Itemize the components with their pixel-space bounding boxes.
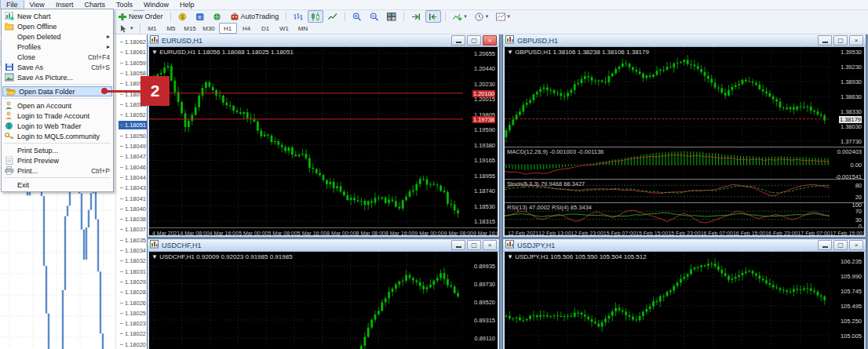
chart-window-usdchf[interactable]: USDCHF,H1 ▢ × 0.899350.897300.895200.893… (147, 238, 500, 349)
time-axis-label: 12 Feb 2021 (508, 231, 538, 236)
window-titlebar[interactable]: USDJPY,H1 ▢ × (503, 239, 866, 252)
file-menu-item-open-deleted[interactable]: Open Deleted▸ (2, 31, 113, 42)
axis-price-label: 1.39530 (841, 49, 862, 56)
file-menu-item-profiles[interactable]: Profiles▸ (2, 42, 113, 52)
chevron-down-icon: ▾ (486, 13, 489, 20)
timeframe-m5[interactable]: M5 (162, 23, 181, 34)
chart-shift-button[interactable] (425, 10, 441, 23)
menu-item-label: Login to Web Trader (17, 122, 110, 130)
indicators-button[interactable]: ▾ (450, 10, 470, 23)
timeframe-w1[interactable]: W1 (275, 23, 294, 34)
timeframe-m30[interactable]: M30 (200, 23, 218, 34)
timeframe-d1[interactable]: D1 (257, 23, 275, 34)
mdi-workspace: 1.180621.180611.180591.180581.180561.180… (0, 34, 868, 349)
time-axis-label: 15 Feb 23:00 (668, 231, 700, 236)
cursor-tools-button[interactable]: ▾ (116, 22, 137, 35)
person-green-icon (4, 101, 14, 110)
chart-area[interactable]: 106.235105.990105.745105.495105.250105.0… (505, 252, 864, 349)
axis-price-label: 1.18315 (474, 218, 495, 225)
file-menu-item-open-data-folder[interactable]: Open Data Folder (2, 86, 112, 96)
file-menu-item-print-setup[interactable]: Print Setup... (2, 145, 113, 155)
price-axis[interactable]: 0.899350.897300.895200.893150.891100.889… (461, 252, 498, 349)
restore-button[interactable]: ▢ (833, 35, 848, 45)
metaeditor-button[interactable]: e (192, 10, 208, 23)
close-button[interactable]: × (849, 35, 863, 45)
minimize-button[interactable] (818, 35, 832, 45)
restore-button[interactable]: ▢ (467, 240, 481, 250)
file-menu-item-print[interactable]: Print...Ctrl+P (2, 165, 113, 176)
periods-button[interactable]: ▾ (472, 10, 492, 23)
axis-price-label: 1.19380 (474, 142, 495, 149)
price-axis[interactable]: 106.235105.990105.745105.495105.250105.0… (828, 252, 864, 349)
line-chart-button[interactable] (325, 10, 341, 23)
indicator-axis[interactable]: 8020 (828, 180, 864, 202)
minimize-button[interactable] (451, 35, 465, 45)
timeframe-m15[interactable]: M15 (181, 23, 199, 34)
file-menu-item-save-as-picture[interactable]: Save As Picture... (2, 72, 113, 82)
chart-area[interactable]: 0.899350.897300.895200.893150.891100.889… (149, 252, 498, 349)
close-button[interactable]: × (483, 240, 497, 250)
toolbar-separator (140, 24, 140, 33)
ladder-price-value: 1.18051 (125, 122, 146, 129)
file-menu-item-new-chart[interactable]: New Chart (2, 11, 113, 21)
file-menu-item-login-to-trade-account[interactable]: Login to Trade Account (2, 111, 113, 121)
ladder-price: 1.18023 (120, 319, 146, 328)
chart-window-eurusd[interactable]: EURUSD,H1 ▢ × 1.206551.204401.202301.200… (147, 34, 500, 238)
zoom-in-button[interactable] (349, 10, 365, 23)
tile-windows-button[interactable] (384, 10, 399, 23)
menu-help[interactable]: Help (174, 0, 200, 9)
chart-window-usdjpy[interactable]: USDJPY,H1 ▢ × 106.235105.990105.745105.4… (502, 238, 866, 349)
restore-button[interactable]: ▢ (833, 240, 848, 250)
chart-area[interactable]: 1.206551.204401.202301.200151.198051.195… (149, 47, 498, 235)
ladder-price: 1.18035 (120, 236, 146, 245)
autotrading-button[interactable]: AutoTrading (227, 10, 283, 23)
toolbar-separator (403, 12, 404, 21)
file-menu-item-exit[interactable]: Exit (2, 180, 113, 190)
ladder-price-value: 1.18046 (125, 164, 146, 171)
new-order-button[interactable]: New Order (115, 10, 166, 23)
chart-window-gbpusd[interactable]: GBPUSD,H1 ▢ × 1.395301.392301.389301.386… (502, 34, 866, 238)
window-titlebar[interactable]: USDCHF,H1 ▢ × (148, 239, 499, 252)
zoom-out-button[interactable] (367, 10, 382, 23)
file-menu-item-open-an-account[interactable]: Open an Account (2, 100, 113, 111)
price-axis[interactable]: 1.395301.392301.389301.386301.383301.380… (828, 47, 864, 147)
file-menu-item-open-offline[interactable]: Open Offline (2, 21, 113, 31)
indicator-axis[interactable]: 10070300 (828, 203, 864, 227)
file-menu-item-login-to-mql5-community[interactable]: Login to MQL5.community (2, 131, 113, 141)
menu-item-label: Print... (17, 167, 88, 175)
file-menu-item-login-to-web-trader[interactable]: Login to Web Trader (2, 121, 113, 131)
window-titlebar[interactable]: GBPUSD,H1 ▢ × (503, 35, 866, 47)
file-menu-item-save-as[interactable]: Save AsCtrl+S (2, 62, 113, 72)
restore-button[interactable]: ▢ (467, 35, 481, 45)
timeframe-h1[interactable]: H1 (219, 23, 237, 34)
community-button[interactable] (210, 10, 225, 23)
file-menu-item-close[interactable]: CloseCtrl+F4 (2, 52, 113, 62)
bar-chart-button[interactable] (290, 10, 306, 23)
timeframe-m1[interactable]: M1 (144, 23, 162, 34)
price-axis[interactable]: 1.206551.204401.202301.200151.198051.195… (461, 47, 498, 227)
templates-button[interactable]: ▾ (493, 10, 513, 23)
timeframe-mn[interactable]: MN (294, 23, 312, 34)
candlestick-button[interactable] (308, 10, 323, 23)
deposit-button[interactable]: $ (175, 10, 191, 23)
time-axis-label: 15 Feb 15:00 (636, 231, 668, 236)
timeframe-h4[interactable]: H4 (238, 23, 256, 34)
minimize-button[interactable] (451, 240, 465, 250)
time-axis[interactable]: 4 Mar 20214 Mar 08:004 Mar 16:005 Mar 00… (149, 227, 498, 235)
chart-area[interactable]: 1.395301.392301.389301.386301.383301.380… (505, 47, 864, 235)
time-axis[interactable]: 12 Feb 202112 Feb 13:0012 Feb 23:0015 Fe… (505, 227, 864, 235)
window-titlebar[interactable]: EURUSD,H1 ▢ × (148, 35, 499, 47)
menu-window[interactable]: Window (138, 0, 174, 9)
close-button[interactable]: × (849, 240, 863, 250)
close-button[interactable]: × (483, 35, 497, 45)
minimize-button[interactable] (818, 240, 832, 250)
auto-scroll-button[interactable] (408, 10, 424, 23)
ladder-price: 1.18034 (120, 246, 146, 255)
axis-price-label: 0.00 (850, 162, 862, 169)
axis-price-label: 1.20230 (474, 81, 495, 88)
menu-item-label: Exit (17, 181, 110, 189)
indicator-axis[interactable]: 0.0024030.00-0.001541 (828, 147, 864, 179)
axis-price-label: 105.495 (841, 303, 862, 310)
file-menu-item-print-preview[interactable]: Print Preview (2, 155, 113, 165)
menu-tools[interactable]: Tools (111, 0, 138, 9)
